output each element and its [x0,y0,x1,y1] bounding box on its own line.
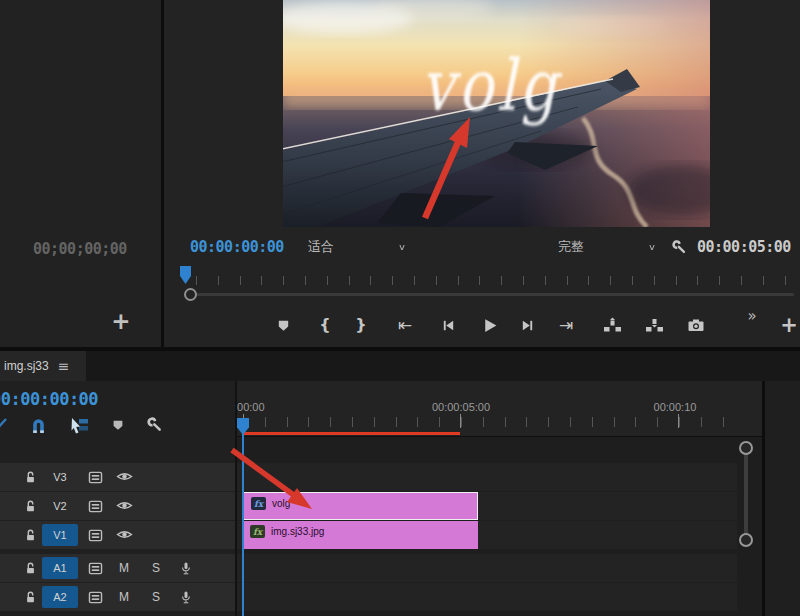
track-header-v3: V3 [0,463,235,491]
snap-magnet-icon[interactable] [28,415,48,435]
preview-image: volg [283,0,710,227]
add-button-icon[interactable]: + [108,308,134,334]
fx-badge-icon: fx [251,497,266,510]
lock-icon[interactable] [22,560,38,576]
clip-label: volg [272,498,290,509]
sync-lock-icon[interactable] [86,560,104,576]
toggle-track-output-eye-icon[interactable] [114,497,134,514]
track-lane-a2[interactable] [237,583,737,611]
program-playhead[interactable] [180,266,191,284]
track-target-v3[interactable]: V3 [42,466,78,488]
sync-lock-icon[interactable] [86,589,104,605]
track-header-a2: A2 M S [0,583,235,611]
sync-lock-icon[interactable] [86,498,104,514]
transport-bar: { } ⇤ ⇥ » + [164,306,800,347]
ruler-ticks [243,417,738,427]
fx-badge-icon: fx [250,525,265,538]
step-back-icon[interactable] [437,314,459,336]
source-timecode: 00;00;00;00 [33,240,127,258]
track-header-v1: V1 [0,521,235,549]
source-monitor-panel: 00;00;00;00 + [0,0,161,347]
go-to-out-icon[interactable]: ⇥ [555,314,577,336]
toggle-track-output-eye-icon[interactable] [114,468,134,485]
program-scrollbar[interactable] [194,293,794,296]
vscrollbar-handle-bottom[interactable] [739,533,753,547]
mark-in-icon[interactable]: { [314,314,336,336]
button-editor-plus-icon[interactable]: + [778,314,800,336]
timeline-body: 00:00:00:00 :00:00 [0,381,800,616]
track-target-a1[interactable]: A1 [42,557,78,579]
lock-icon[interactable] [22,498,38,514]
tab-sequence-label: img.sj33 [4,359,49,373]
sync-lock-icon[interactable] [86,527,104,543]
lift-icon[interactable] [600,314,624,336]
go-to-in-icon[interactable]: ⇤ [394,314,416,336]
ruler-label-5s: 00:00:05:00 [426,401,496,413]
chevron-down-icon: ∨ [648,242,656,252]
track-target-v2[interactable]: V2 [42,495,78,517]
timeline-timecode[interactable]: 00:00:00:00 [0,389,98,409]
mute-button[interactable]: M [116,560,132,576]
add-marker-icon[interactable] [108,416,128,434]
program-monitor-panel: volg 00:00:00:00 适合 ∨ 完整 ∨ [164,0,800,347]
ruler-tick-major-10 [678,414,679,428]
lock-icon[interactable] [22,469,38,485]
linked-selection-icon[interactable] [68,415,90,435]
solo-button[interactable]: S [148,560,164,576]
render-bar-red [243,432,460,435]
track-target-v1[interactable]: V1 [42,524,78,546]
track-header-a1: A1 M S [0,554,235,582]
track-lane-v3[interactable] [237,463,737,491]
program-mini-ruler[interactable] [196,276,794,285]
track-target-a2[interactable]: A2 [42,586,78,608]
timeline-tools [0,413,235,439]
timeline-panel: img.sj33 ≡ 00:00:00:00 [0,351,800,616]
vscrollbar-handle-top[interactable] [739,441,753,455]
video-preview: volg [283,0,710,227]
program-scrollbar-handle[interactable] [184,288,197,301]
lock-icon[interactable] [22,589,38,605]
top-section: 00;00;00;00 + [0,0,800,347]
panel-menu-icon[interactable]: ≡ [58,359,70,373]
tab-sequence[interactable]: img.sj33 ≡ [0,351,86,381]
zoom-level-value: 适合 [308,238,334,256]
timeline-right-gutter [765,381,800,616]
voiceover-mic-icon[interactable] [178,558,194,578]
track-lane-a1[interactable] [237,554,737,582]
play-icon[interactable] [477,313,501,337]
clip-volg[interactable]: fx volg [243,492,478,520]
zoom-level-select[interactable]: 适合 ∨ [308,237,406,257]
playback-quality-value: 完整 [558,238,584,256]
nest-sequence-icon[interactable] [0,416,9,434]
timeline-vscrollbar[interactable] [744,447,748,545]
sequence-duration: 00:00:05:00 [697,238,791,256]
lock-icon[interactable] [22,527,38,543]
ruler-label-0: :00:00 [234,401,265,413]
mute-button[interactable]: M [116,589,132,605]
playback-quality-select[interactable]: 完整 ∨ [558,237,656,257]
clip-label: img.sj33.jpg [271,526,324,537]
toggle-track-output-eye-icon[interactable] [114,526,134,543]
export-frame-camera-icon[interactable] [684,314,708,336]
step-forward-icon[interactable] [516,314,538,336]
preview-overlay-text: volg [421,44,562,126]
ruler-tick-major-5 [460,414,461,428]
clip-img-sj33[interactable]: fx img.sj33.jpg [243,521,478,549]
add-marker-icon[interactable] [272,314,294,336]
timeline-tab-bar: img.sj33 ≡ [0,351,800,381]
timeline-settings-wrench-icon[interactable] [144,415,166,435]
voiceover-mic-icon[interactable] [178,587,194,607]
settings-wrench-icon[interactable] [669,237,689,257]
chevron-down-icon: ∨ [398,242,406,252]
extract-icon[interactable] [642,314,666,336]
mark-out-icon[interactable]: } [350,314,372,336]
timeline-playhead-line[interactable] [242,432,244,616]
ruler-label-10s: 00:00:10 [645,401,705,413]
track-header-v2: V2 [0,492,235,520]
preview-overlay-text-group: volg [421,44,562,126]
more-panel-options-icon[interactable]: » [742,306,762,326]
solo-button[interactable]: S [148,589,164,605]
program-timecode[interactable]: 00:00:00:00 [190,238,284,256]
sync-lock-icon[interactable] [86,469,104,485]
